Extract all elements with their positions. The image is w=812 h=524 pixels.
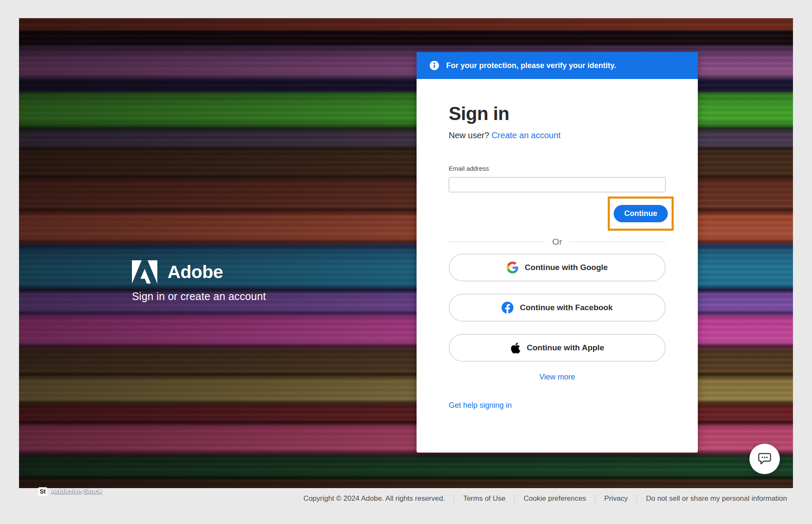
brand-name: Adobe <box>167 262 223 282</box>
chat-support-button[interactable] <box>749 444 780 474</box>
footer: Copyright © 2024 Adobe. All rights reser… <box>19 490 793 507</box>
sign-in-card: For your protection, please verify your … <box>417 52 698 453</box>
continue-with-facebook-button[interactable]: Continue with Facebook <box>449 294 666 322</box>
adobe-logo-icon <box>132 260 157 284</box>
divider-line <box>449 242 545 242</box>
or-label: Or <box>552 237 562 247</box>
facebook-icon <box>502 302 513 314</box>
page-title: Sign in <box>449 104 666 124</box>
email-input[interactable] <box>449 177 666 192</box>
continue-with-google-button[interactable]: Continue with Google <box>449 254 666 281</box>
social-button-label: Continue with Apple <box>527 343 604 352</box>
apple-icon <box>510 342 521 354</box>
social-button-label: Continue with Facebook <box>520 303 613 312</box>
terms-of-use-link[interactable]: Terms of Use <box>463 494 505 503</box>
footer-separator <box>595 494 595 503</box>
continue-button[interactable]: Continue <box>614 205 668 222</box>
view-more-link[interactable]: View more <box>449 373 666 382</box>
highlight-annotation-box: Continue <box>608 196 674 231</box>
or-divider: Or <box>449 237 666 247</box>
email-label: Email address <box>449 165 666 172</box>
create-account-link[interactable]: Create an account <box>491 131 560 140</box>
cookie-preferences-link[interactable]: Cookie preferences <box>524 494 586 503</box>
footer-separator <box>636 494 637 503</box>
footer-separator <box>514 494 515 503</box>
divider-line <box>569 242 666 242</box>
do-not-sell-link[interactable]: Do not sell or share my personal informa… <box>646 494 787 503</box>
get-help-link[interactable]: Get help signing in <box>449 401 512 410</box>
new-user-text: New user? <box>449 131 489 140</box>
privacy-link[interactable]: Privacy <box>604 494 628 503</box>
copyright-text: Copyright © 2024 Adobe. All rights reser… <box>303 494 445 503</box>
continue-with-apple-button[interactable]: Continue with Apple <box>449 334 666 362</box>
brand-tagline: Sign in or create an account <box>132 290 266 303</box>
footer-separator <box>454 494 454 503</box>
identity-banner: For your protection, please verify your … <box>417 52 698 79</box>
social-button-label: Continue with Google <box>525 263 608 272</box>
banner-message: For your protection, please verify your … <box>446 61 616 70</box>
brand-block: Adobe Sign in or create an account <box>132 260 266 303</box>
info-icon <box>430 61 439 70</box>
chat-bubble-icon <box>757 452 772 466</box>
google-icon <box>507 262 518 273</box>
